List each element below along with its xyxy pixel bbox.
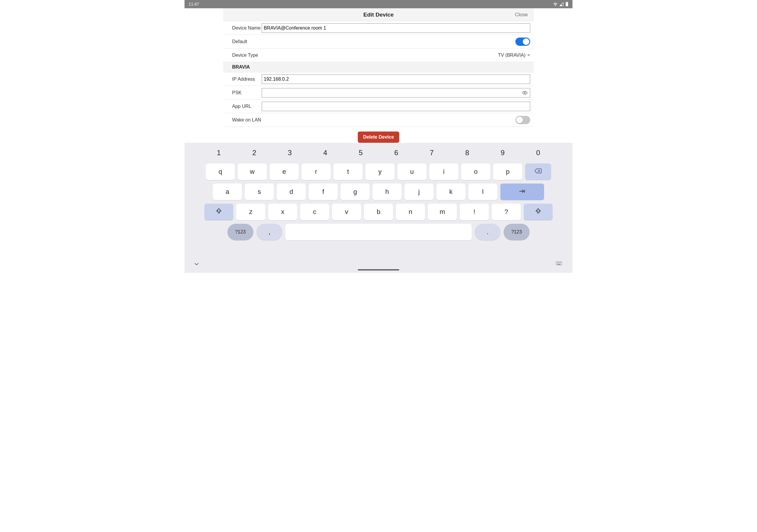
- keyboard-collapse-icon[interactable]: [194, 262, 199, 267]
- svg-point-11: [559, 263, 559, 264]
- key-next[interactable]: [500, 184, 544, 200]
- key-backspace[interactable]: [525, 163, 551, 180]
- svg-rect-14: [558, 264, 560, 265]
- svg-point-10: [558, 263, 558, 264]
- row-wake-on-lan: Wake on LAN: [223, 113, 534, 127]
- keyboard-row-4: ?123 , . ?123: [185, 224, 572, 240]
- key-t[interactable]: t: [334, 163, 363, 180]
- key-k[interactable]: k: [437, 184, 466, 200]
- key-s[interactable]: s: [245, 184, 274, 200]
- key-a[interactable]: a: [213, 184, 242, 200]
- key-g[interactable]: g: [341, 184, 370, 200]
- row-psk: PSK: [223, 86, 534, 100]
- section-header-bravia: BRAVIA: [223, 62, 534, 73]
- key-u[interactable]: u: [397, 163, 426, 180]
- key-w[interactable]: w: [238, 163, 267, 180]
- device-name-input[interactable]: [262, 23, 530, 33]
- key-c[interactable]: c: [300, 204, 329, 220]
- key-d[interactable]: d: [277, 184, 306, 200]
- wake-on-lan-toggle[interactable]: [515, 116, 530, 124]
- status-time: 11:47: [189, 2, 199, 7]
- gesture-handle[interactable]: [358, 269, 399, 270]
- svg-rect-1: [566, 2, 567, 2]
- row-default: Default: [223, 35, 534, 48]
- label-device-type: Device Type: [223, 53, 262, 58]
- key-question[interactable]: ?: [492, 204, 521, 220]
- svg-point-2: [524, 92, 526, 93]
- key-q[interactable]: q: [206, 163, 235, 180]
- label-default: Default: [223, 39, 262, 44]
- backspace-icon: [534, 168, 542, 176]
- key-3[interactable]: 3: [274, 146, 306, 160]
- key-space[interactable]: [285, 224, 472, 240]
- key-9[interactable]: 9: [486, 146, 519, 160]
- on-screen-keyboard: 1 2 3 4 5 6 7 8 9 0 q w e r t y u i o p: [185, 143, 572, 273]
- key-b[interactable]: b: [364, 204, 393, 220]
- key-symbols-left[interactable]: ?123: [227, 224, 254, 240]
- key-o[interactable]: o: [461, 163, 490, 180]
- key-4[interactable]: 4: [309, 146, 342, 160]
- keyboard-row-3: z x c v b n m ! ?: [185, 204, 572, 220]
- key-l[interactable]: l: [469, 184, 498, 200]
- key-shift-right[interactable]: [524, 204, 553, 220]
- psk-input[interactable]: [262, 88, 530, 98]
- battery-icon: [565, 2, 568, 7]
- key-i[interactable]: i: [429, 163, 458, 180]
- label-ip-address: IP Address: [223, 76, 262, 82]
- key-shift-left[interactable]: [204, 204, 233, 220]
- key-e[interactable]: e: [270, 163, 299, 180]
- wifi-icon: [553, 2, 558, 6]
- chevron-down-icon: [527, 54, 530, 56]
- shift-icon: [535, 208, 541, 216]
- key-7[interactable]: 7: [415, 146, 448, 160]
- keyboard-row-2: a s d f g h j k l: [185, 184, 572, 200]
- keyboard-options-icon[interactable]: [556, 262, 562, 267]
- svg-point-6: [559, 262, 559, 263]
- close-button[interactable]: Close: [515, 12, 528, 18]
- default-toggle[interactable]: [515, 38, 530, 46]
- delete-device-button[interactable]: Delete Device: [358, 132, 399, 143]
- svg-point-5: [558, 262, 558, 263]
- key-5[interactable]: 5: [345, 146, 377, 160]
- row-app-url: App URL: [223, 100, 534, 113]
- dialog-title: Edit Device: [363, 12, 394, 18]
- device-type-value: TV (BRAVIA): [498, 53, 526, 58]
- status-bar: 11:47: [185, 0, 572, 8]
- key-v[interactable]: v: [332, 204, 361, 220]
- eye-icon[interactable]: [522, 90, 528, 96]
- label-app-url: App URL: [223, 104, 262, 109]
- key-0[interactable]: 0: [522, 146, 555, 160]
- label-psk: PSK: [223, 90, 262, 96]
- label-device-name: Device Name: [223, 25, 262, 31]
- key-n[interactable]: n: [396, 204, 425, 220]
- shift-icon: [216, 208, 222, 216]
- key-symbols-right[interactable]: ?123: [503, 224, 530, 240]
- key-r[interactable]: r: [302, 163, 331, 180]
- device-type-select[interactable]: TV (BRAVIA): [498, 53, 530, 58]
- ip-address-input[interactable]: [262, 74, 530, 84]
- key-exclaim[interactable]: !: [460, 204, 489, 220]
- row-device-type: Device Type TV (BRAVIA): [223, 48, 534, 62]
- key-f[interactable]: f: [309, 184, 338, 200]
- svg-point-4: [557, 262, 558, 263]
- key-p[interactable]: p: [493, 163, 522, 180]
- key-comma[interactable]: ,: [257, 224, 283, 240]
- keyboard-row-1: q w e r t y u i o p: [185, 163, 572, 180]
- key-8[interactable]: 8: [451, 146, 483, 160]
- key-y[interactable]: y: [366, 163, 394, 180]
- key-period[interactable]: .: [474, 224, 500, 240]
- key-2[interactable]: 2: [238, 146, 271, 160]
- key-m[interactable]: m: [428, 204, 457, 220]
- label-wake-on-lan: Wake on LAN: [223, 117, 271, 123]
- key-j[interactable]: j: [405, 184, 434, 200]
- key-6[interactable]: 6: [380, 146, 412, 160]
- key-1[interactable]: 1: [202, 146, 235, 160]
- key-x[interactable]: x: [268, 204, 297, 220]
- svg-point-9: [557, 263, 558, 264]
- svg-point-8: [560, 262, 561, 263]
- app-url-input[interactable]: [262, 102, 530, 111]
- svg-point-12: [560, 263, 560, 264]
- key-h[interactable]: h: [373, 184, 402, 200]
- row-device-name: Device Name: [223, 21, 534, 35]
- key-z[interactable]: z: [236, 204, 265, 220]
